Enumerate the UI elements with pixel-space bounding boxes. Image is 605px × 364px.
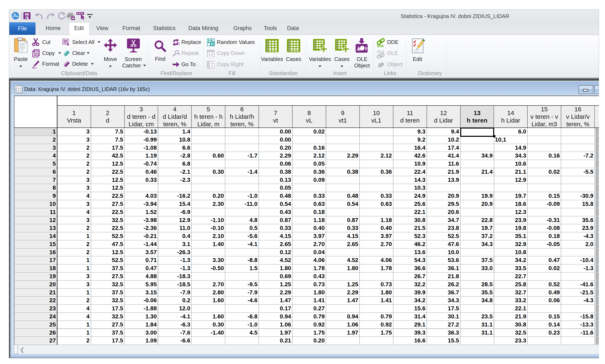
svg-text:R: R: [211, 42, 214, 46]
svg-text:DDE: DDE: [377, 44, 384, 48]
